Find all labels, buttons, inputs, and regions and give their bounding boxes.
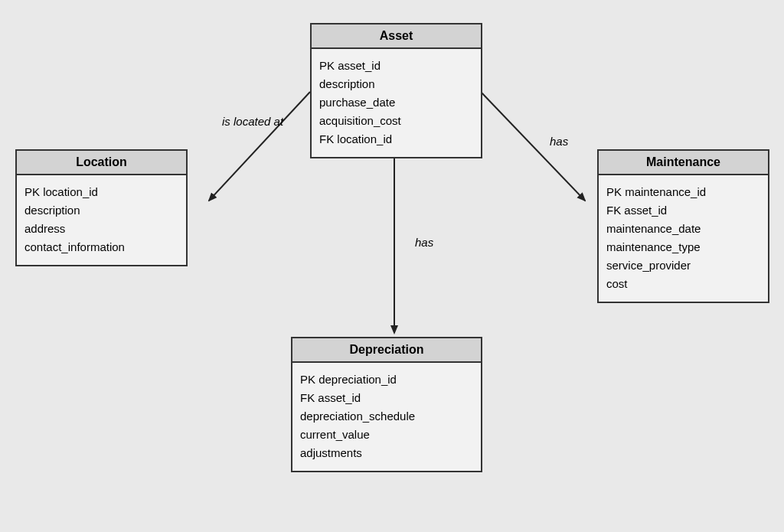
entity-asset-attr: FK location_id xyxy=(319,131,473,147)
entity-maintenance: Maintenance PK maintenance_id FK asset_i… xyxy=(597,149,769,303)
entity-maintenance-attr: service_provider xyxy=(606,257,760,273)
entity-maintenance-attr: PK maintenance_id xyxy=(606,184,760,200)
entity-asset: Asset PK asset_id description purchase_d… xyxy=(310,23,482,158)
entity-asset-body: PK asset_id description purchase_date ac… xyxy=(312,49,481,157)
entity-depreciation-attr: FK asset_id xyxy=(300,390,473,406)
entity-asset-attr: acquisition_cost xyxy=(319,113,473,129)
entity-depreciation-attr: depreciation_schedule xyxy=(300,408,473,424)
entity-depreciation-title: Depreciation xyxy=(292,338,481,363)
entity-asset-attr: description xyxy=(319,76,473,92)
entity-location-attr: PK location_id xyxy=(24,184,178,200)
entity-depreciation-attr: current_value xyxy=(300,426,473,442)
entity-depreciation: Depreciation PK depreciation_id FK asset… xyxy=(291,337,482,472)
entity-maintenance-attr: cost xyxy=(606,276,760,292)
entity-location-attr: contact_information xyxy=(24,239,178,255)
er-diagram-canvas: is located at has has Asset PK asset_id … xyxy=(0,0,784,532)
rel-label-asset-depreciation: has xyxy=(415,236,433,249)
rel-label-asset-location: is located at xyxy=(222,115,283,128)
entity-maintenance-body: PK maintenance_id FK asset_id maintenanc… xyxy=(599,175,768,302)
rel-label-asset-maintenance: has xyxy=(550,135,568,148)
entity-location-body: PK location_id description address conta… xyxy=(17,175,186,265)
entity-maintenance-title: Maintenance xyxy=(599,151,768,175)
entity-depreciation-body: PK depreciation_id FK asset_id depreciat… xyxy=(292,363,481,471)
entity-location-attr: description xyxy=(24,202,178,218)
entity-asset-attr: purchase_date xyxy=(319,94,473,110)
edge-asset-location xyxy=(209,92,310,201)
entity-maintenance-attr: maintenance_date xyxy=(606,220,760,237)
entity-depreciation-attr: PK depreciation_id xyxy=(300,371,473,387)
entity-asset-attr: PK asset_id xyxy=(319,57,473,73)
entity-asset-title: Asset xyxy=(312,24,481,49)
entity-maintenance-attr: maintenance_type xyxy=(606,239,760,255)
entity-depreciation-attr: adjustments xyxy=(300,445,473,461)
entity-location-attr: address xyxy=(24,220,178,237)
entity-maintenance-attr: FK asset_id xyxy=(606,202,760,218)
entity-location-title: Location xyxy=(17,151,186,175)
edge-asset-maintenance xyxy=(481,92,585,201)
entity-location: Location PK location_id description addr… xyxy=(15,149,188,266)
